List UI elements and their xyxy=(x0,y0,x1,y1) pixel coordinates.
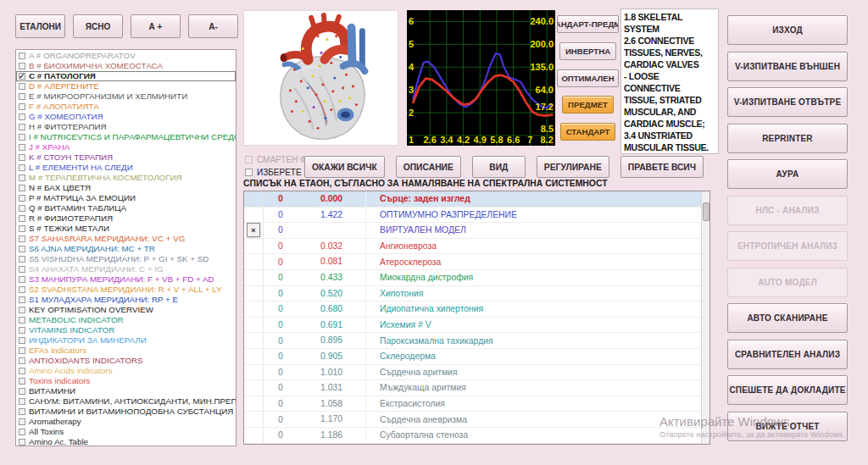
table-row[interactable]: 0 0.433 Миокардна дистрофия xyxy=(244,270,709,286)
catalog-checkbox[interactable] xyxy=(19,276,25,283)
table-row[interactable]: 0 1.058 Екстрасистолия xyxy=(244,396,709,412)
catalog-item[interactable]: Q # ВИТАМИН ТАБЛИЦА xyxy=(16,203,236,213)
chart-control-button[interactable]: ПРЕДМЕТ xyxy=(562,96,614,113)
select-checkbox[interactable]: ИЗБЕРЕТЕ xyxy=(245,168,302,177)
chart-control-button[interactable]: ИНВЕРТНА xyxy=(559,42,616,60)
catalog-checkbox[interactable] xyxy=(19,266,25,273)
sidebar-button[interactable]: V-ИЗПИТВАНЕ ОТВЪТРЕ xyxy=(727,87,848,117)
catalog-item[interactable]: S5 VISHUDHA МЕРИДИАНИ: P + GI + SK + SD xyxy=(16,254,236,264)
catalog-item[interactable]: L # ЕЛЕМЕНТИ НА СЛЕДИ xyxy=(16,163,236,173)
sidebar-button[interactable]: НЛС - АНАЛИЗ xyxy=(727,196,848,225)
catalog-item[interactable]: G # ХОМЕОПАТИЯ xyxy=(16,112,236,122)
catalog-checkbox[interactable] xyxy=(19,174,25,181)
catalog-item[interactable]: ANTIOXIDANTS INDICATORS xyxy=(16,356,236,366)
catalog-checkbox[interactable] xyxy=(19,307,25,313)
catalog-checkbox[interactable] xyxy=(19,225,25,232)
table-row[interactable]: 0 0.032 Ангионевроза xyxy=(244,239,709,255)
chart-control-button[interactable]: СТАНДАРТ xyxy=(560,123,616,141)
catalog-item[interactable]: S # ТЕЖКИ МЕТАЛИ xyxy=(16,224,236,234)
catalog-item[interactable]: E # МИКРООРГАНИЗМИ И ХЕЛМИНИТИ xyxy=(16,91,236,102)
catalog-checkbox[interactable] xyxy=(19,378,25,385)
catalog-item[interactable]: D # АЛЕРГЕНИТЕ xyxy=(16,81,236,91)
catalog-checkbox[interactable] xyxy=(19,144,25,151)
catalog-item[interactable]: R # ФИЗИОТЕРАПИЯ xyxy=(16,213,236,224)
catalog-checkbox[interactable] xyxy=(19,93,25,100)
sidebar-button[interactable]: СРАВНИТЕЛЕН АНАЛИЗ xyxy=(727,340,848,369)
catalog-checkbox[interactable] xyxy=(19,286,25,293)
table-row[interactable]: 0 1.170 Сърдечна аневризма xyxy=(244,412,709,428)
toolbar-button[interactable]: А- xyxy=(188,14,238,38)
table-scrollbar[interactable] xyxy=(701,191,709,444)
catalog-checkbox[interactable] xyxy=(19,357,25,364)
catalog-checkbox[interactable] xyxy=(19,439,25,446)
list-action-button[interactable]: РЕГУЛИРАНЕ xyxy=(537,156,609,178)
catalog-item[interactable]: Aromatherapy xyxy=(16,417,236,427)
catalog-item[interactable]: N # БАХ ЦВЕТЯ xyxy=(16,183,236,193)
catalog-checkbox[interactable] xyxy=(19,83,25,90)
catalog-checkbox[interactable] xyxy=(19,327,25,334)
catalog-item[interactable]: M # ТЕРАПЕВТИЧНА КОСМЕТОЛОГИЯ xyxy=(16,173,236,183)
table-row[interactable]: 0 0.905 Склеродерма xyxy=(244,349,709,365)
catalog-item[interactable]: F # АЛОПАТИЯТА xyxy=(16,102,236,112)
catalog-checkbox[interactable] xyxy=(19,235,25,242)
catalog-item[interactable]: EFAs indicators xyxy=(16,346,236,356)
sidebar-button[interactable]: ИЗХОД xyxy=(727,15,848,45)
catalog-checkbox[interactable] xyxy=(19,296,25,303)
sidebar-button[interactable]: АВТО СКАНИРАНЕ xyxy=(727,303,848,333)
catalog-checkbox[interactable] xyxy=(19,337,25,344)
catalog-item[interactable]: A # ORGANOPREPARATOV xyxy=(16,51,236,61)
chart-control-button[interactable]: ОПТИМАЛЕН xyxy=(557,69,619,87)
catalog-checkbox[interactable] xyxy=(19,215,25,222)
catalog-checkbox[interactable] xyxy=(19,418,25,425)
table-row[interactable]: 0 1.031 Мъждукаща аритмия xyxy=(244,380,709,396)
catalog-item[interactable]: S1 МУЛАДХАРА МЕРИДИАНИ: RP + E xyxy=(16,295,236,305)
list-action-button[interactable]: ОПИСАНИЕ xyxy=(396,156,461,178)
catalog-checkbox[interactable] xyxy=(19,103,25,110)
catalog-item[interactable]: B # БИОХИМИЧНА ХОМЕОСТАСА xyxy=(16,61,236,71)
catalog-item[interactable]: S3 МАНИПУРА МЕРИДИАНИ: F + VB + FD + AD xyxy=(16,274,236,285)
catalog-checkbox[interactable] xyxy=(19,347,25,354)
catalog-checkbox[interactable] xyxy=(19,398,25,405)
table-row[interactable]: 0 0.520 Хипотония xyxy=(244,286,709,302)
catalog-checkbox[interactable] xyxy=(19,388,25,395)
list-action-button[interactable]: ВИД xyxy=(472,156,526,178)
catalog-checkbox[interactable] xyxy=(19,73,25,80)
catalog-item[interactable]: Toxins indicators xyxy=(16,376,236,386)
catalog-checkbox[interactable] xyxy=(19,317,25,324)
catalog-item[interactable]: S7 SAHASRARA МЕРИДИАНИ: VC + VG xyxy=(16,234,236,244)
catalog-item[interactable]: Amino Ac. Table xyxy=(16,437,236,446)
catalog-item[interactable]: S4 АНАХАТА МЕРИДИАНИ: C + IG xyxy=(16,264,236,274)
catalog-item[interactable]: ВИТАМИНИ И ВИТАМИНОПОДОБНА СУБСТАНЦИЯ xyxy=(16,407,236,417)
chart-control-button[interactable]: АНДАРТ-ПРЕДМ xyxy=(557,15,619,33)
table-row[interactable]: 0 1.186 Субаортална стеноза xyxy=(244,428,709,444)
catalog-checkbox[interactable] xyxy=(19,368,25,374)
catalog-item[interactable]: САНУМ: ВИТАМИНИ, АНТИОКСИДАНТИ, МИН.ПРЕП… xyxy=(16,396,236,407)
sidebar-button[interactable]: ЕНТРОПИЧЕН АНАЛИЗ xyxy=(727,231,848,261)
catalog-checkbox[interactable] xyxy=(19,408,25,415)
sidebar-button[interactable]: REPRINTER xyxy=(727,124,848,153)
table-scrollbar-thumb[interactable] xyxy=(703,202,709,221)
catalog-item[interactable]: KEY OPTIMISATION OVERVIEW xyxy=(16,305,236,315)
table-row[interactable]: 0 1.010 Сърдечна аритмия xyxy=(244,365,709,381)
list-action-button[interactable]: ПРАВЕТЕ ВСИЧ xyxy=(620,156,704,178)
spectrum-chart[interactable]: 123456240.0200.0135.064.017.28.52.63.44.… xyxy=(407,10,555,146)
catalog-checkbox[interactable] xyxy=(19,164,25,171)
table-row[interactable]: 0 0.895 Пароксизмална тахикардия xyxy=(244,333,709,349)
sidebar-button[interactable]: V-ИЗПИТВАНЕ ВЪНШЕН xyxy=(727,52,848,81)
catalog-item[interactable]: C # ПАТОЛОГИЯ xyxy=(16,71,236,81)
catalog-checkbox[interactable] xyxy=(19,256,25,263)
catalog-item[interactable]: H # ФИТОТЕРАПИЯ xyxy=(16,122,236,132)
catalog-item[interactable]: ИНДИКАТОРИ ЗА МИНЕРАЛИ xyxy=(16,335,236,346)
catalog-checkbox[interactable] xyxy=(19,154,25,161)
virtual-model-close-button[interactable]: × xyxy=(247,223,260,237)
catalog-item[interactable]: P # МАТРИЦА ЗА ЕМОЦИИ xyxy=(16,193,236,203)
catalog-checkbox[interactable] xyxy=(19,134,25,141)
catalog-item[interactable]: All Toxins xyxy=(16,427,236,437)
catalog-checkbox[interactable] xyxy=(19,113,25,120)
catalog-checkbox[interactable] xyxy=(19,195,25,202)
table-row[interactable]: 0 0.000 Сърце: заден изглед xyxy=(244,191,709,208)
toolbar-button[interactable]: ЕТАЛОНИ xyxy=(15,14,65,38)
catalog-checkbox[interactable] xyxy=(19,185,25,191)
table-row[interactable]: 0 0.680 Идиопатична хипертония xyxy=(244,302,709,318)
table-row[interactable]: × 0 ВИРТУАЛЕН МОДЕЛ xyxy=(244,223,709,239)
